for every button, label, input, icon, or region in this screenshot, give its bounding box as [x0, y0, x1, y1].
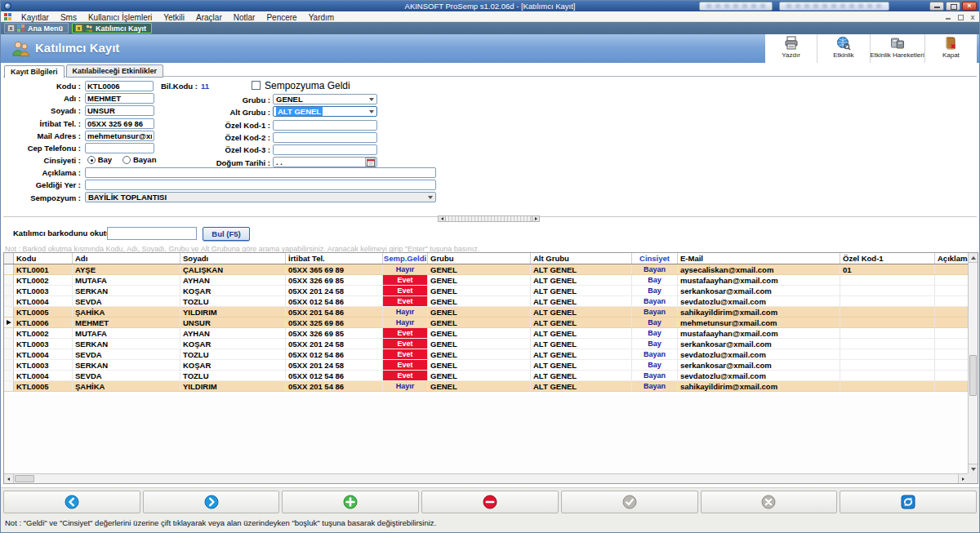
- refresh-records-button[interactable]: [840, 491, 977, 513]
- table-row[interactable]: KTL0003SERKANKOŞAR05XX 201 24 58EvetGENE…: [4, 286, 968, 296]
- cell-alt: ALT GENEL: [531, 339, 632, 349]
- vertical-scrollbar[interactable]: [968, 253, 978, 473]
- table-row[interactable]: KTL0002MUTAFAAYHAN05XX 326 69 85EvetGENE…: [4, 328, 968, 339]
- scroll-right-icon[interactable]: [532, 216, 539, 221]
- redacted-button-1[interactable]: [699, 2, 773, 11]
- dogum-tarihi-input[interactable]: . .: [273, 157, 377, 167]
- toolbar-button-label: Kapat: [942, 51, 960, 59]
- ozel-kod-3-input[interactable]: [273, 144, 377, 155]
- sempozyum-select[interactable]: BAYİLİK TOPLANTISI: [85, 192, 436, 202]
- cell-tel: 05XX 201 24 58: [286, 360, 383, 370]
- alt-grubu-select[interactable]: ALT GENEL: [273, 106, 377, 117]
- confirm-record-button[interactable]: [561, 491, 698, 513]
- minimize-button[interactable]: [929, 2, 944, 11]
- barcode-input[interactable]: [107, 227, 197, 240]
- menu-item-2[interactable]: Sms: [55, 13, 82, 22]
- menu-item-5[interactable]: Araçlar: [190, 13, 228, 22]
- cell-ozel1: [840, 339, 935, 349]
- column-header-geldi[interactable]: Semp.Geldi: [383, 253, 428, 264]
- table-row[interactable]: KTL0004SEVDATOZLU05XX 012 54 86EvetGENEL…: [4, 296, 968, 307]
- column-header-ozel1[interactable]: Özel Kod-1: [840, 253, 935, 264]
- column-header-adi[interactable]: Adı: [73, 253, 180, 264]
- add-record-button[interactable]: [282, 491, 419, 513]
- print-button[interactable]: Yazdır: [765, 34, 817, 63]
- sempozyuma-geldi-checkbox[interactable]: [252, 81, 261, 90]
- delete-record-button[interactable]: [421, 491, 559, 513]
- cell-geldi: Evet: [383, 360, 428, 370]
- column-header-cinsiyet[interactable]: Cinsiyet: [632, 253, 678, 264]
- mdi-close-icon[interactable]: x: [969, 14, 976, 20]
- redacted-button-2[interactable]: [779, 2, 889, 11]
- table-body: KTL0001AYŞEÇALIŞKAN05XX 365 69 89HayırGE…: [4, 264, 968, 473]
- previous-record-button[interactable]: [3, 491, 140, 513]
- scroll-down-icon[interactable]: [969, 464, 978, 473]
- form-splitter-scrollbar[interactable]: [438, 215, 540, 222]
- table-row[interactable]: KTL0002MUTAFAAYHAN05XX 326 69 85EvetGENE…: [4, 275, 968, 286]
- close-button[interactable]: ×: [962, 2, 977, 11]
- bayan-radio[interactable]: [122, 156, 131, 164]
- close-form-button[interactable]: Kapat: [924, 34, 977, 63]
- next-record-button[interactable]: [143, 491, 280, 513]
- column-header-aciklama[interactable]: Açıklama: [935, 253, 968, 264]
- chevron-down-icon: [369, 98, 374, 101]
- calendar-button[interactable]: [365, 158, 376, 167]
- cell-email: sevdatozlu@xmail.com: [678, 371, 840, 380]
- mail-input[interactable]: [85, 131, 154, 141]
- mdi-minimize-icon[interactable]: [945, 14, 951, 20]
- event-movements-button[interactable]: Etkinlik Hareketleri: [870, 34, 924, 63]
- column-header-soyadi[interactable]: Soyadı: [180, 253, 286, 264]
- column-header-email[interactable]: E-Mail: [678, 253, 840, 264]
- column-header-alt[interactable]: Alt Grubu: [531, 253, 632, 264]
- irtibat-input[interactable]: [85, 118, 154, 129]
- restore-button[interactable]: [946, 2, 960, 11]
- table-row[interactable]: KTL0005ŞAHİKAYILDIRIM05XX 201 54 86Hayır…: [4, 307, 968, 318]
- table-row[interactable]: KTL0001AYŞEÇALIŞKAN05XX 365 69 89HayırGE…: [4, 264, 968, 275]
- menu-item-1[interactable]: Kayıtlar: [16, 13, 55, 22]
- table-row[interactable]: KTL0005ŞAHİKAYILDIRIM05XX 201 54 86Hayır…: [4, 381, 968, 392]
- tab-ana-menu[interactable]: x Ana Menü: [4, 23, 69, 33]
- ozel-kod-2-input[interactable]: [273, 132, 377, 143]
- menu-item-3[interactable]: Kullanıcı İşlemleri: [82, 13, 158, 22]
- vscroll-thumb[interactable]: [969, 355, 977, 396]
- menu-item-7[interactable]: Pencere: [261, 13, 302, 22]
- tab-katilimci-kayit[interactable]: x Katılımcı Kayıt: [72, 23, 152, 33]
- scroll-left-icon[interactable]: [4, 474, 14, 483]
- cep-input[interactable]: [85, 143, 154, 153]
- menu-item-6[interactable]: Notlar: [228, 13, 261, 22]
- adi-input[interactable]: [85, 93, 154, 104]
- column-header-tel[interactable]: İrtibat Tel.: [286, 253, 383, 264]
- geldigi-yer-input[interactable]: [85, 180, 436, 190]
- tab-close-icon[interactable]: x: [75, 24, 82, 32]
- tab-kayit-bilgileri[interactable]: Kayıt Bilgileri: [4, 65, 65, 78]
- cancel-record-button[interactable]: [701, 491, 838, 513]
- table-row[interactable]: KTL0003SERKANKOŞAR05XX 201 24 58EvetGENE…: [4, 360, 968, 371]
- bay-radio[interactable]: [87, 156, 96, 164]
- hscroll-thumb[interactable]: [15, 475, 34, 482]
- table-row[interactable]: KTL0003SERKANKOŞAR05XX 201 24 58EvetGENE…: [4, 339, 968, 349]
- table-row[interactable]: KTL0004SEVDATOZLU05XX 012 54 86EvetGENEL…: [4, 349, 968, 360]
- check-circle-icon: [622, 495, 637, 509]
- soyadi-input[interactable]: [85, 105, 154, 116]
- tab-close-icon[interactable]: x: [7, 24, 15, 32]
- column-header-kodu[interactable]: Kodu: [14, 253, 73, 264]
- scroll-right-icon[interactable]: [958, 474, 968, 483]
- scroll-up-icon[interactable]: [969, 253, 978, 263]
- grubu-select[interactable]: GENEL: [273, 94, 377, 104]
- table-row[interactable]: KTL0004SEVDATOZLU05XX 012 54 86EvetGENEL…: [4, 371, 968, 381]
- horizontal-scrollbar[interactable]: [4, 473, 968, 483]
- scroll-left-icon[interactable]: [439, 216, 446, 221]
- cell-grubu: GENEL: [428, 264, 531, 274]
- mdi-restore-icon[interactable]: [957, 14, 964, 20]
- menu-item-4[interactable]: Yetkili: [158, 13, 190, 22]
- aciklama-input[interactable]: [85, 167, 436, 178]
- tab-katilabilecegi-etkinlikler[interactable]: Katılabileceği Etkinlikler: [66, 64, 164, 78]
- find-button[interactable]: Bul (F5): [203, 227, 250, 241]
- table-row[interactable]: KTL0006MEHMETUNSUR05XX 325 69 86HayırGEN…: [4, 318, 968, 328]
- kodu-input[interactable]: [85, 81, 154, 91]
- ozel-kod-1-input[interactable]: [273, 120, 377, 131]
- cell-email: sevdatozlu@xmail.com: [678, 296, 840, 306]
- column-header-grubu[interactable]: Grubu: [428, 253, 531, 264]
- menu-item-8[interactable]: Yardım: [303, 13, 341, 22]
- cell-ozel1: 01: [840, 264, 935, 274]
- event-button[interactable]: Etkinlik: [817, 34, 869, 63]
